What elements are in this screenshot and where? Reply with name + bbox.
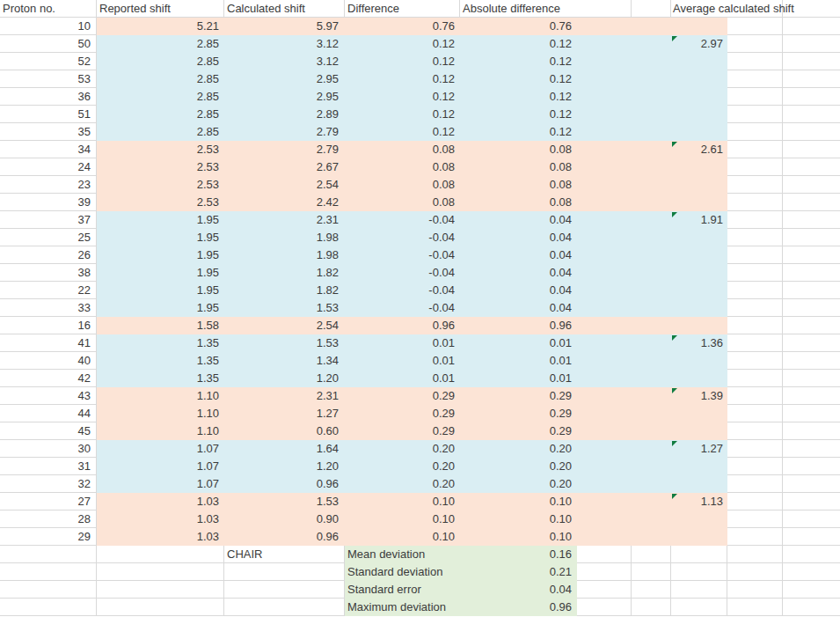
cell-proton-no[interactable]: 38 [0,264,97,282]
cell-average-calculated-shift[interactable] [671,88,727,106]
cell-reported-shift[interactable]: 2.53 [97,141,224,158]
cell-reported-shift[interactable]: 1.95 [97,282,224,299]
cell-average-calculated-shift[interactable]: 2.97 [671,35,727,53]
row-band[interactable]: 2.85 2.79 0.12 0.12 [97,123,727,141]
cell-difference[interactable]: 0.08 [345,194,460,211]
row-band[interactable]: 2.85 3.12 0.12 0.12 [97,53,727,70]
cell-proton-no[interactable]: 16 [0,317,97,334]
cell-blank[interactable] [97,581,224,599]
cell-difference[interactable]: 0.12 [345,70,460,88]
row-band[interactable]: 1.95 2.31 -0.04 0.04 1.91 [97,211,727,229]
cell-blank[interactable] [97,599,224,616]
cell-absolute-difference[interactable]: 0.04 [460,246,577,264]
cell-blank[interactable] [783,387,840,405]
cell-blank[interactable] [783,475,840,493]
cell-blank[interactable] [783,599,840,616]
cell-proton-no[interactable]: 32 [0,475,97,493]
cell-difference[interactable]: 0.29 [345,387,460,405]
cell-absolute-difference[interactable]: 0.12 [460,106,577,123]
cell-proton-no[interactable]: 37 [0,211,97,229]
cell-average-calculated-shift[interactable] [671,123,727,141]
cell-calculated-shift[interactable]: 0.96 [224,528,345,546]
cell-blank[interactable] [783,282,840,299]
cell-blank[interactable] [783,546,840,563]
cell-absolute-difference[interactable]: 0.29 [460,405,577,422]
cell-blank[interactable] [671,563,727,581]
cell-calculated-shift[interactable]: 1.98 [224,246,345,264]
cell-blank[interactable] [783,352,840,370]
cell-calculated-shift[interactable]: 0.96 [224,475,345,493]
cell-average-calculated-shift[interactable] [671,405,727,422]
row-band[interactable]: 2.85 2.89 0.12 0.12 [97,106,727,123]
cell-blank[interactable] [783,70,840,88]
cell-blank[interactable] [783,458,840,475]
cell-reported-shift[interactable]: 2.53 [97,158,224,176]
cell-blank[interactable] [783,528,840,546]
cell-proton-no[interactable]: 27 [0,493,97,510]
cell-reported-shift[interactable]: 2.85 [97,123,224,141]
row-band[interactable]: 1.10 2.31 0.29 0.29 1.39 [97,387,727,405]
cell-average-calculated-shift[interactable]: 1.27 [671,440,727,458]
cell-proton-no[interactable]: 51 [0,106,97,123]
cell-blank[interactable] [727,581,783,599]
header-cell-blank-1[interactable] [577,0,632,18]
cell-reported-shift[interactable]: 1.95 [97,246,224,264]
cell-calculated-shift[interactable]: 2.42 [224,194,345,211]
cell-proton-no[interactable]: 39 [0,194,97,211]
cell-reported-shift[interactable]: 1.95 [97,211,224,229]
cell-difference[interactable]: 0.96 [345,317,460,334]
cell-blank[interactable] [727,510,783,528]
cell-reported-shift[interactable]: 1.95 [97,299,224,317]
cell-difference[interactable]: 0.29 [345,422,460,440]
header-cell-proton-no[interactable]: Proton no. [0,0,97,18]
cell-blank[interactable] [0,581,97,599]
cell-blank[interactable] [577,546,632,563]
cell-difference[interactable]: 0.12 [345,123,460,141]
cell-blank[interactable] [632,581,671,599]
cell-blank[interactable] [727,229,783,246]
cell-proton-no[interactable]: 10 [0,18,97,35]
cell-reported-shift[interactable]: 2.85 [97,70,224,88]
cell-proton-no[interactable]: 26 [0,246,97,264]
cell-difference[interactable]: -0.04 [345,246,460,264]
cell-blank[interactable] [632,599,671,616]
cell-calculated-shift[interactable]: 1.53 [224,299,345,317]
cell-blank[interactable] [727,264,783,282]
cell-average-calculated-shift[interactable] [671,194,727,211]
cell-reported-shift[interactable]: 2.85 [97,35,224,53]
cell-reported-shift[interactable]: 1.10 [97,422,224,440]
cell-blank[interactable] [783,18,840,35]
cell-average-calculated-shift[interactable] [671,246,727,264]
cell-proton-no[interactable]: 52 [0,53,97,70]
cell-absolute-difference[interactable]: 0.04 [460,229,577,246]
cell-absolute-difference[interactable]: 0.04 [460,264,577,282]
cell-proton-no[interactable]: 50 [0,35,97,53]
cell-blank[interactable] [783,158,840,176]
cell-calculated-shift[interactable]: 1.34 [224,352,345,370]
cell-absolute-difference[interactable]: 0.12 [460,88,577,106]
cell-chair[interactable] [224,563,345,581]
cell-blank[interactable] [727,123,783,141]
cell-absolute-difference[interactable]: 0.04 [460,282,577,299]
cell-calculated-shift[interactable]: 1.82 [224,264,345,282]
cell-blank[interactable] [783,370,840,387]
row-band[interactable]: 1.58 2.54 0.96 0.96 [97,317,727,334]
cell-calculated-shift[interactable]: 1.98 [224,229,345,246]
cell-average-calculated-shift[interactable]: 1.13 [671,493,727,510]
row-band[interactable]: 1.35 1.20 0.01 0.01 [97,370,727,387]
cell-reported-shift[interactable]: 1.07 [97,440,224,458]
cell-difference[interactable]: -0.04 [345,264,460,282]
header-cell-difference[interactable]: Difference [345,0,460,18]
cell-blank[interactable] [783,299,840,317]
cell-average-calculated-shift[interactable] [671,229,727,246]
cell-proton-no[interactable]: 44 [0,405,97,422]
cell-blank[interactable] [727,53,783,70]
cell-average-calculated-shift[interactable] [671,282,727,299]
cell-chair[interactable]: CHAIR [224,546,345,563]
stat-cell[interactable]: Standard deviation 0.21 [345,563,577,581]
cell-blank[interactable] [783,229,840,246]
cell-average-calculated-shift[interactable] [671,70,727,88]
cell-absolute-difference[interactable]: 0.08 [460,194,577,211]
cell-calculated-shift[interactable]: 1.64 [224,440,345,458]
cell-blank[interactable] [727,405,783,422]
